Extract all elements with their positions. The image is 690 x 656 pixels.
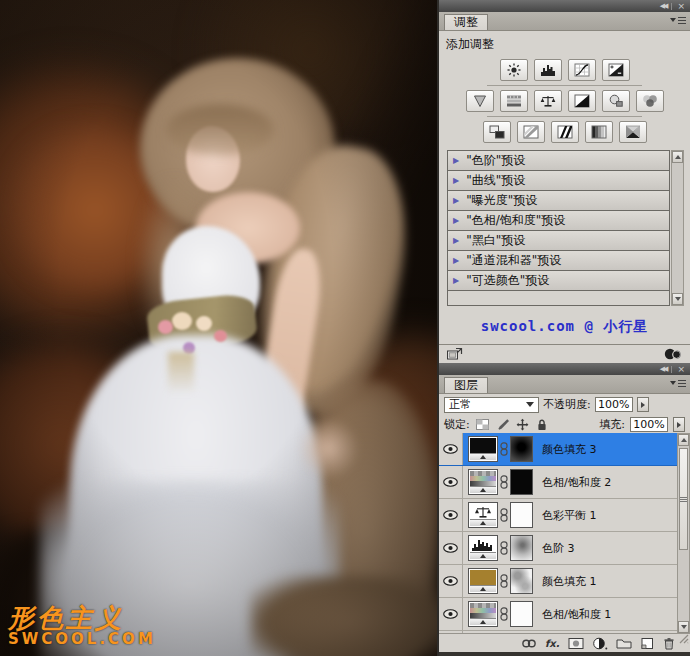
expand-triangle-icon[interactable]: ▶ — [453, 277, 459, 285]
layer-mask-thumbnail[interactable] — [510, 601, 533, 627]
preset-group-row[interactable]: ▶"可选颜色"预设 — [448, 271, 669, 291]
expand-triangle-icon[interactable]: ▶ — [453, 257, 459, 265]
tab-layers[interactable]: 图层 — [444, 377, 488, 393]
link-layers-button[interactable] — [521, 638, 537, 649]
expand-triangle-icon[interactable]: ▶ — [453, 217, 459, 225]
preset-group-row[interactable]: ▶"色相/饱和度"预设 — [448, 211, 669, 231]
fill-field[interactable]: 100% — [630, 417, 668, 432]
lock-position-icon[interactable] — [515, 418, 530, 432]
color-balance-adjustment-button[interactable] — [534, 90, 562, 112]
lock-row: 锁定: 填充: 100% — [439, 415, 690, 434]
channel-mixer-adjustment-button[interactable] — [636, 90, 664, 112]
layer-thumbnail[interactable] — [468, 568, 498, 594]
opacity-slider-button[interactable] — [637, 397, 649, 412]
layer-visibility-eye-icon[interactable] — [439, 433, 463, 465]
layer-mask-thumbnail[interactable] — [510, 502, 533, 528]
layer-mask-thumbnail[interactable] — [510, 469, 533, 495]
curves-adjustment-button[interactable] — [568, 59, 596, 81]
new-adjustment-layer-button[interactable] — [592, 637, 608, 650]
brightness-contrast-adjustment-button[interactable] — [500, 59, 528, 81]
preset-scrollbar[interactable] — [671, 150, 684, 306]
lock-transparency-icon[interactable] — [475, 418, 490, 432]
photo-filter-adjustment-button[interactable] — [602, 90, 630, 112]
layer-mask-thumbnail[interactable] — [510, 535, 533, 561]
add-layer-mask-button[interactable] — [568, 637, 584, 650]
layer-row-色阶 3[interactable]: 色阶 3 — [439, 532, 677, 565]
lock-all-icon[interactable] — [535, 418, 550, 432]
expand-triangle-icon[interactable]: ▶ — [453, 237, 459, 245]
preset-group-row[interactable]: ▶"通道混和器"预设 — [448, 251, 669, 271]
layers-scrollbar[interactable] — [677, 433, 690, 634]
switch-panel-view-button[interactable] — [446, 347, 463, 361]
layer-visibility-eye-icon[interactable] — [439, 598, 463, 630]
layer-row-色相/饱和度 2[interactable]: 色相/饱和度 2 — [439, 466, 677, 499]
invert-adjustment-button[interactable] — [483, 121, 511, 143]
layer-mask-thumbnail[interactable] — [510, 568, 533, 594]
layer-row-色相/饱和度 1[interactable]: 色相/饱和度 1 — [439, 598, 677, 631]
close-panel-button[interactable]: × — [677, 2, 685, 11]
layer-visibility-eye-icon[interactable] — [439, 499, 463, 531]
scroll-down-icon[interactable] — [678, 621, 689, 633]
scroll-up-icon[interactable] — [672, 151, 683, 163]
hue-saturation-adjustment-button[interactable] — [500, 90, 528, 112]
exposure-adjustment-button[interactable] — [602, 59, 630, 81]
layer-name: 色阶 3 — [542, 541, 575, 556]
new-group-button[interactable] — [616, 637, 632, 649]
layer-row-色彩平衡 1[interactable]: 色彩平衡 1 — [439, 499, 677, 532]
scrollbar-thumb[interactable] — [679, 448, 688, 550]
preset-group-row[interactable]: ▶"色阶"预设 — [448, 151, 669, 171]
scroll-up-icon[interactable] — [678, 434, 689, 446]
watermark-logo: 形色主义 SWCOOL.COM — [8, 605, 156, 648]
new-layer-button[interactable] — [640, 637, 654, 650]
opacity-field[interactable]: 100% — [595, 397, 633, 412]
photoshop-workspace: 形色主义 SWCOOL.COM ◀◀ × 调整 添加调整 ▶"色阶"预设▶"曲线… — [0, 0, 690, 656]
preset-group-row[interactable]: ▶"曲线"预设 — [448, 171, 669, 191]
resize-grip[interactable] — [679, 633, 689, 647]
layer-visibility-eye-icon[interactable] — [439, 565, 463, 597]
icon-row-divider — [487, 85, 642, 86]
posterize-adjustment-button[interactable] — [517, 121, 545, 143]
expand-triangle-icon[interactable]: ▶ — [453, 177, 459, 185]
layer-mask-thumbnail[interactable] — [510, 436, 533, 462]
fill-label: 填充: — [599, 417, 625, 432]
lock-pixels-icon[interactable] — [495, 418, 510, 432]
layer-style-button[interactable]: fx. — [545, 638, 560, 649]
layer-thumbnail[interactable] — [468, 502, 498, 528]
black-white-adjustment-button[interactable] — [568, 90, 596, 112]
levels-adjustment-button[interactable] — [534, 59, 562, 81]
gradient-map-adjustment-button[interactable] — [585, 121, 613, 143]
delete-layer-button[interactable] — [662, 637, 676, 650]
mask-link-icon — [498, 475, 510, 489]
layer-thumbnail[interactable] — [468, 469, 498, 495]
collapse-to-icons-button[interactable]: ◀◀ — [660, 3, 667, 10]
panel-menu-icon[interactable] — [670, 16, 686, 25]
layers-panel: ◀◀ × 图层 正常 不透明度: 100% 锁定: — [439, 363, 690, 656]
opacity-label: 不透明度: — [543, 397, 591, 412]
vibrance-adjustment-button[interactable] — [466, 90, 494, 112]
collapse-to-icons-button[interactable]: ◀◀ — [660, 366, 667, 373]
scroll-down-icon[interactable] — [672, 293, 683, 305]
layer-row-颜色填充 1[interactable]: 颜色填充 1 — [439, 565, 677, 598]
expanded-view-toggle-button[interactable] — [663, 347, 683, 361]
fill-slider-button[interactable] — [673, 417, 685, 432]
threshold-adjustment-button[interactable] — [551, 121, 579, 143]
expand-triangle-icon[interactable]: ▶ — [453, 197, 459, 205]
titlebar-divider — [671, 3, 672, 10]
chevron-down-icon — [526, 402, 534, 407]
panel-menu-icon[interactable] — [670, 379, 686, 388]
selective-color-adjustment-button[interactable] — [619, 121, 647, 143]
close-panel-button[interactable]: × — [677, 365, 685, 374]
layer-visibility-eye-icon[interactable] — [439, 466, 463, 498]
logo-text-cn: 形色主义 — [8, 605, 156, 632]
preset-group-row[interactable]: ▶"黑白"预设 — [448, 231, 669, 251]
tab-adjustments[interactable]: 调整 — [444, 14, 488, 30]
layer-row-颜色填充 3[interactable]: 颜色填充 3 — [439, 433, 677, 466]
layer-thumbnail[interactable] — [468, 436, 498, 462]
layer-thumbnail[interactable] — [468, 601, 498, 627]
blend-mode-dropdown[interactable]: 正常 — [444, 397, 539, 413]
layer-visibility-eye-icon[interactable] — [439, 532, 463, 564]
expand-triangle-icon[interactable]: ▶ — [453, 157, 459, 165]
preset-group-row[interactable]: ▶"曝光度"预设 — [448, 191, 669, 211]
layer-thumbnail[interactable] — [468, 535, 498, 561]
layer-list: 颜色填充 3色相/饱和度 2色彩平衡 1色阶 3颜色填充 1色相/饱和度 1色阶… — [439, 433, 677, 634]
